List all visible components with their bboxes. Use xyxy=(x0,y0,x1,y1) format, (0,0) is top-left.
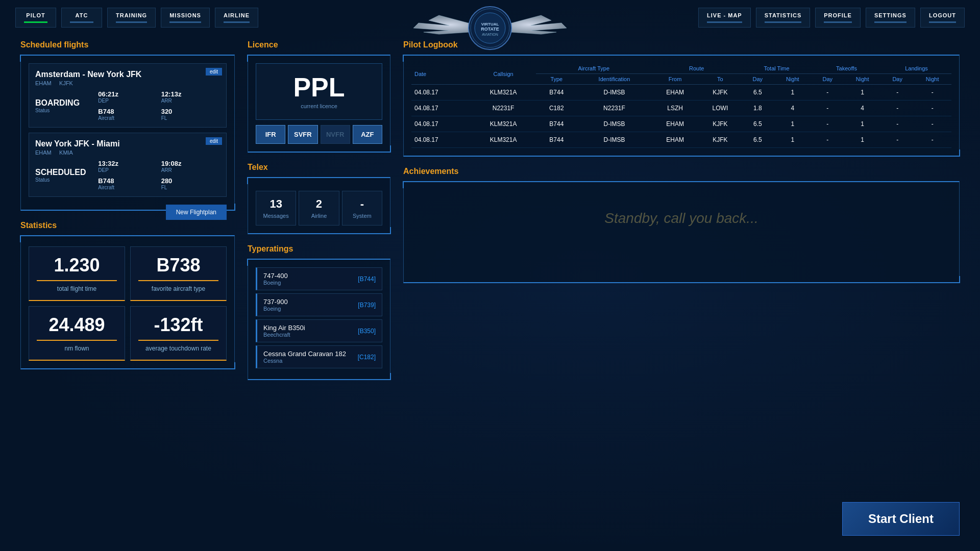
tr-info-2: King Air B350i Beechcraft xyxy=(263,324,305,338)
tr-info-3: Cessna Grand Caravan 182 Cessna xyxy=(263,350,346,364)
logbook-row[interactable]: 04.08.17 N2231F C182 N2231F LSZH LOWI 1.… xyxy=(411,101,951,116)
tr-info-1: 737-900 Boeing xyxy=(263,298,288,312)
flight-card-1: edit New York JFK - Miami EHAM KMIA 13:3… xyxy=(29,133,227,197)
sub-type: Type xyxy=(536,74,577,85)
logbook-row[interactable]: 04.08.17 KLM321A B744 D-IMSB EHAM KJFK 6… xyxy=(411,116,951,132)
nav-btn-settings[interactable]: SETTINGS xyxy=(866,8,915,28)
flight-route-1: New York JFK - Miami xyxy=(35,139,220,148)
flight-arr-1: 19:08z ARR xyxy=(161,160,220,173)
tr-code-3: [C182] xyxy=(358,354,376,361)
nav-btn-statistics[interactable]: STATISTICS xyxy=(756,8,811,28)
nav-btn-training[interactable]: TRAINING xyxy=(107,8,156,28)
nav-btn-logout[interactable]: LOGOUT xyxy=(920,8,965,28)
stat-box-3: -132ft average touchdown rate xyxy=(130,306,227,361)
sub-day-t: Day xyxy=(742,74,773,85)
flight-aircraft-1: B748 Aircraft xyxy=(98,177,157,190)
typerating-item-3[interactable]: Cessna Grand Caravan 182 Cessna [C182] xyxy=(256,345,382,368)
licence-section: Licence PPL current licence IFRSVFRNVFRA… xyxy=(248,40,390,153)
nav-btn-atc[interactable]: ATC xyxy=(61,8,102,28)
telex-title: Telex xyxy=(248,163,390,172)
logbook-row[interactable]: 04.08.17 KLM321A B744 D-IMSB EHAM KJFK 6… xyxy=(411,132,951,148)
col-total-time: Total Time xyxy=(742,63,812,74)
flight-edit-btn-1[interactable]: edit xyxy=(206,137,222,145)
licence-display: PPL current licence xyxy=(256,63,382,120)
scheduled-flights-title: Scheduled flights xyxy=(20,40,235,49)
flight-aircraft-0: B748 Aircraft xyxy=(98,108,157,121)
sub-night-t: Night xyxy=(774,74,812,85)
flight-status-1: SCHEDULED Status xyxy=(35,160,94,190)
nav-btn-livemap[interactable]: LIVE - MAP xyxy=(698,8,751,28)
licence-title: Licence xyxy=(248,40,390,49)
achievements-placeholder: Standby, call you back... xyxy=(411,210,951,227)
col-takeoffs: Takeoffs xyxy=(812,63,881,74)
svg-text:ROTATE: ROTATE xyxy=(481,27,499,32)
content-area: Scheduled flights edit Amsterdam - New Y… xyxy=(0,35,980,395)
flight-details-0: 06:21z DEP 12:13z ARR BOARDING Status B7… xyxy=(35,90,220,121)
sub-night-l: Night xyxy=(843,74,881,85)
achievements-title: Achievements xyxy=(403,167,960,176)
tr-make-3: Cessna xyxy=(263,358,346,364)
stat-label-1: favorite aircraft type xyxy=(138,285,218,292)
col-landings: Landings xyxy=(881,63,951,74)
typerating-item-2[interactable]: King Air B350i Beechcraft [B350] xyxy=(256,319,382,342)
logbook-title: Pilot Logbook xyxy=(403,40,960,49)
col-aircraft-type: Aircraft Type xyxy=(536,63,651,74)
telex-item-1[interactable]: 2 Airline xyxy=(299,191,339,226)
licence-current-label: current licence xyxy=(266,103,372,109)
flight-arr-0: 12:13z ARR xyxy=(161,90,220,104)
licence-btn-nvfr[interactable]: NVFR xyxy=(321,125,350,144)
tr-make-1: Boeing xyxy=(263,306,288,312)
statistics-section: Statistics 1.230 total flight time B738 … xyxy=(20,221,235,369)
nav-btn-pilot[interactable]: PILOT xyxy=(15,8,56,28)
stat-label-2: nm flown xyxy=(37,345,117,352)
sub-identification: Identification xyxy=(577,74,652,85)
flight-details-1: 13:32z DEP 19:08z ARR SCHEDULED Status B… xyxy=(35,160,220,190)
sub-day-l: Day xyxy=(812,74,843,85)
telex-label-1: Airline xyxy=(305,213,332,219)
stat-value-3: -132ft xyxy=(138,314,218,336)
licence-panel: PPL current licence IFRSVFRNVFRAZF xyxy=(248,55,390,153)
right-column: Pilot Logbook Date Callsign Aircraft Typ… xyxy=(403,40,960,390)
sub-from: From xyxy=(651,74,698,85)
sub-to: To xyxy=(699,74,742,85)
stat-value-1: B738 xyxy=(138,255,218,276)
svg-text:VIRTUAL: VIRTUAL xyxy=(481,22,499,27)
licence-btn-ifr[interactable]: IFR xyxy=(256,125,285,144)
flight-dep-0: 06:21z DEP xyxy=(98,90,157,104)
licence-btn-azf[interactable]: AZF xyxy=(353,125,382,144)
nav-btn-missions[interactable]: MISSIONS xyxy=(161,8,210,28)
flight-edit-btn-0[interactable]: edit xyxy=(206,68,222,76)
stat-box-0: 1.230 total flight time xyxy=(29,246,125,301)
typeratings-panel: 747-400 Boeing [B744] 737-900 Boeing [B7… xyxy=(248,259,390,380)
tr-make-2: Beechcraft xyxy=(263,332,305,338)
sub-night-la: Night xyxy=(913,74,951,85)
licence-btn-svfr[interactable]: SVFR xyxy=(288,125,317,144)
nav-btn-profile[interactable]: PROFILE xyxy=(815,8,861,28)
new-flightplan-button[interactable]: New Flightplan xyxy=(166,205,227,220)
logbook-body: 04.08.17 KLM321A B744 D-IMSB EHAM KJFK 6… xyxy=(411,85,951,148)
logbook-panel: Date Callsign Aircraft Type Route Total … xyxy=(403,55,960,157)
tr-name-3: Cessna Grand Caravan 182 xyxy=(263,350,346,358)
start-client-button[interactable]: Start Client xyxy=(842,502,960,536)
middle-column: Licence PPL current licence IFRSVFRNVFRA… xyxy=(248,40,390,390)
flight-codes-1: EHAM KMIA xyxy=(35,149,220,156)
telex-item-0[interactable]: 13 Messages xyxy=(256,191,296,226)
achievements-panel: Standby, call you back... xyxy=(403,181,960,283)
licence-buttons: IFRSVFRNVFRAZF xyxy=(256,125,382,144)
navbar: PILOTATCTRAININGMISSIONSAIRLINE VIRTUAL … xyxy=(0,0,980,35)
achievements-section: Achievements Standby, call you back... xyxy=(403,167,960,283)
telex-item-2[interactable]: - System xyxy=(342,191,382,226)
stats-grid: 1.230 total flight time B738 favorite ai… xyxy=(29,246,227,361)
typerating-item-0[interactable]: 747-400 Boeing [B744] xyxy=(256,267,382,290)
stat-box-2: 24.489 nm flown xyxy=(29,306,125,361)
telex-panel: 13 Messages 2 Airline - System xyxy=(248,177,390,234)
nav-btn-airline[interactable]: AIRLINE xyxy=(215,8,258,28)
typerating-item-1[interactable]: 737-900 Boeing [B739] xyxy=(256,293,382,316)
stat-value-0: 1.230 xyxy=(37,255,117,276)
tr-name-0: 747-400 xyxy=(263,272,288,280)
flight-dep-1: 13:32z DEP xyxy=(98,160,157,173)
stat-value-2: 24.489 xyxy=(37,314,117,336)
logbook-row[interactable]: 04.08.17 KLM321A B744 D-IMSB EHAM KJFK 6… xyxy=(411,85,951,101)
tr-name-1: 737-900 xyxy=(263,298,288,306)
tr-code-2: [B350] xyxy=(358,328,376,335)
